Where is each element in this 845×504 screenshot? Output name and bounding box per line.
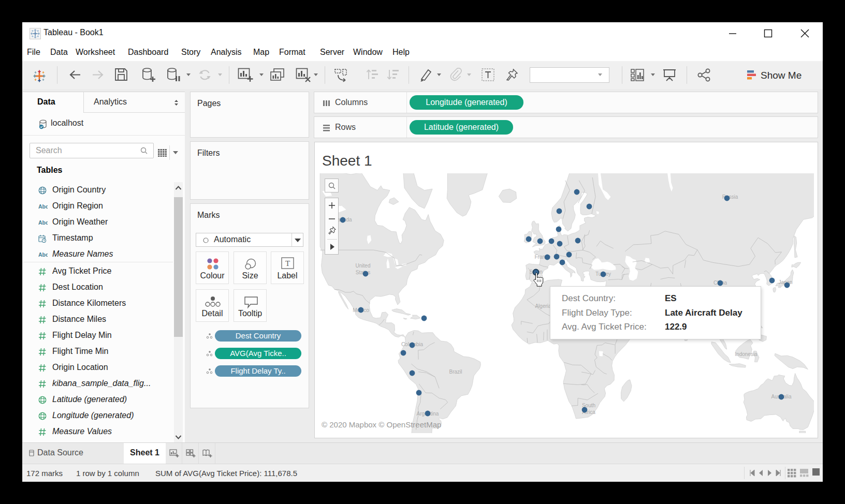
svg-text:Abc: Abc: [38, 251, 48, 258]
svg-text:United: United: [356, 263, 371, 269]
svg-text:Brazil: Brazil: [449, 369, 462, 375]
svg-text:Abc: Abc: [38, 219, 48, 226]
svg-text:Indonesia: Indonesia: [735, 351, 757, 357]
svg-text:T: T: [285, 259, 290, 268]
svg-text:Algeria: Algeria: [535, 303, 551, 309]
svg-text:Abc: Abc: [38, 203, 48, 210]
